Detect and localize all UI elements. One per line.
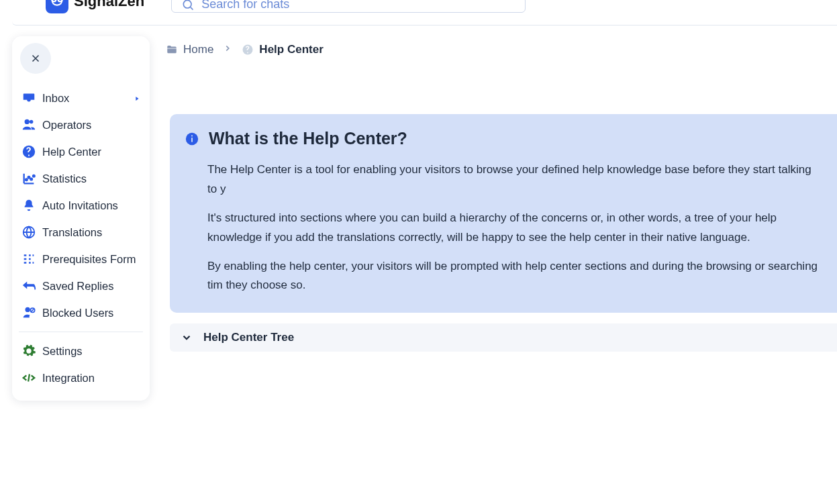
chevron-right-icon — [223, 43, 232, 56]
svg-point-6 — [30, 179, 32, 181]
form-icon — [21, 252, 36, 266]
help-icon — [242, 44, 254, 56]
info-paragraph: The Help Center is a tool for enabling y… — [207, 160, 822, 199]
sidebar-item-label: Saved Replies — [42, 280, 113, 293]
logo-mark-icon — [46, 0, 68, 13]
statistics-icon — [21, 171, 36, 186]
info-title: What is the Help Center? — [209, 129, 407, 148]
sidebar-close-button[interactable] — [20, 43, 51, 74]
sidebar-item-label: Statistics — [42, 172, 87, 185]
sidebar-separator — [19, 332, 143, 332]
svg-rect-13 — [191, 135, 193, 136]
info-icon — [185, 132, 199, 146]
breadcrumb-home[interactable]: Home — [166, 43, 213, 56]
sidebar: Inbox Operators Help Center Statistics — [12, 36, 150, 401]
tree-title: Help Center Tree — [203, 331, 294, 344]
info-paragraph: It's structured into sections where you … — [207, 209, 822, 248]
sidebar-item-blocked-users[interactable]: Blocked Users — [19, 299, 143, 326]
sidebar-item-label: Auto Invitations — [42, 199, 118, 212]
folder-icon — [166, 44, 178, 56]
sidebar-item-prerequisites-form[interactable]: Prerequisites Form — [19, 246, 143, 272]
sidebar-item-label: Integration — [42, 372, 95, 385]
search-input[interactable] — [201, 0, 515, 11]
sidebar-item-translations[interactable]: Translations — [19, 219, 143, 246]
logo-text: SignalZen — [74, 0, 144, 10]
sidebar-item-label: Blocked Users — [42, 307, 113, 319]
svg-point-4 — [26, 179, 28, 181]
svg-rect-12 — [191, 138, 193, 142]
breadcrumb-current-label: Help Center — [259, 43, 323, 56]
help-icon — [21, 144, 36, 159]
info-panel: What is the Help Center? The Help Center… — [170, 114, 837, 313]
breadcrumb: Home Help Center — [166, 43, 837, 56]
inbox-icon — [21, 91, 36, 105]
operators-icon — [21, 117, 36, 132]
code-icon — [21, 370, 36, 385]
sidebar-item-label: Translations — [42, 226, 102, 239]
sidebar-item-inbox[interactable]: Inbox — [19, 85, 143, 111]
blocked-icon — [21, 305, 36, 320]
chevron-right-icon — [134, 92, 140, 105]
sidebar-item-operators[interactable]: Operators — [19, 111, 143, 138]
sidebar-item-help-center[interactable]: Help Center — [19, 138, 143, 165]
svg-point-2 — [183, 0, 191, 8]
breadcrumb-home-label: Home — [183, 43, 213, 56]
help-center-tree-toggle[interactable]: Help Center Tree — [170, 323, 837, 352]
main-content: Home Help Center What is the Help Center… — [166, 40, 837, 352]
sidebar-item-saved-replies[interactable]: Saved Replies — [19, 272, 143, 299]
search-icon — [181, 0, 195, 11]
info-paragraph: By enabling the help center, your visito… — [207, 257, 822, 296]
gear-icon — [21, 344, 36, 358]
sidebar-item-settings[interactable]: Settings — [19, 338, 143, 364]
svg-point-7 — [33, 175, 35, 177]
globe-icon — [21, 225, 36, 240]
bell-icon — [21, 198, 36, 213]
sidebar-item-label: Help Center — [42, 146, 101, 158]
sidebar-item-auto-invitations[interactable]: Auto Invitations — [19, 192, 143, 219]
sidebar-item-statistics[interactable]: Statistics — [19, 165, 143, 192]
sidebar-item-label: Inbox — [42, 92, 69, 105]
breadcrumb-current: Help Center — [242, 43, 323, 56]
search-input-wrap[interactable] — [171, 0, 526, 13]
sidebar-item-label: Prerequisites Form — [42, 253, 136, 266]
svg-point-5 — [28, 177, 30, 179]
reply-icon — [21, 279, 36, 293]
app-header: SignalZen — [12, 0, 837, 26]
app-logo[interactable]: SignalZen — [46, 0, 144, 13]
sidebar-item-integration[interactable]: Integration — [19, 364, 143, 391]
sidebar-item-label: Settings — [42, 345, 83, 358]
sidebar-item-label: Operators — [42, 119, 91, 132]
close-icon — [30, 52, 42, 64]
chevron-down-icon — [181, 332, 193, 344]
